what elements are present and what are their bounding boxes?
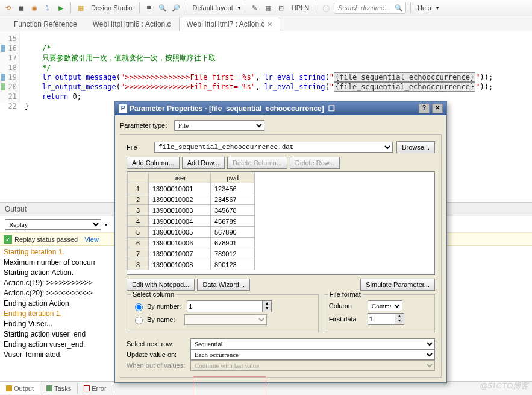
edit-notepad-button[interactable]: Edit with Notepad... bbox=[127, 279, 195, 291]
btab-errors[interactable]: Error bbox=[78, 383, 113, 394]
table-row[interactable]: 613900010006678901 bbox=[128, 238, 255, 248]
error-icon bbox=[84, 385, 90, 391]
browse-button[interactable]: Browse... bbox=[396, 141, 435, 153]
btab-output[interactable]: Output bbox=[0, 382, 40, 394]
parameter-properties-dialog: P Parameter Properties - [file_sequentia… bbox=[114, 101, 447, 383]
bottom-tabs: Output Tasks Error bbox=[0, 381, 532, 395]
when-out-select: Continue with last value bbox=[190, 360, 435, 371]
table-row[interactable]: 313900010003345678 bbox=[128, 205, 255, 216]
select-next-row-select[interactable]: Sequential bbox=[190, 338, 435, 349]
column-delim-select[interactable]: Comma bbox=[368, 300, 402, 311]
table-row[interactable]: 413900010004456789 bbox=[128, 216, 255, 227]
tool2-icon[interactable]: ▦ bbox=[263, 2, 274, 13]
select-next-row-label: Select next row: bbox=[127, 340, 187, 347]
file-label: File bbox=[127, 144, 151, 151]
update-value-select[interactable]: Each occurrence bbox=[190, 349, 435, 360]
close-icon[interactable]: ✕ bbox=[267, 21, 272, 28]
btab-tasks[interactable]: Tasks bbox=[40, 383, 78, 394]
play-icon[interactable]: ▶ bbox=[55, 2, 66, 13]
check-icon: ✓ bbox=[4, 235, 12, 244]
table-row[interactable]: 213900010002234567 bbox=[128, 194, 255, 205]
globe-icon[interactable]: ◯ bbox=[321, 2, 331, 13]
tool3-icon[interactable]: ⊞ bbox=[276, 2, 287, 13]
by-name-select[interactable] bbox=[184, 314, 267, 325]
output-icon bbox=[6, 385, 12, 391]
spin-up[interactable]: ▲ bbox=[263, 301, 271, 306]
delete-column-button[interactable]: Delete Column... bbox=[227, 157, 287, 169]
main-toolbar: ⟲ ◼ ◉ ⤵ ▶ ▦ Design Studio ≣ 🔍 🔎 Default … bbox=[0, 0, 532, 16]
find-icon[interactable]: 🔍 bbox=[157, 2, 168, 13]
table-row[interactable]: 713900010007789012 bbox=[128, 248, 255, 259]
copy-icon[interactable]: ❐ bbox=[328, 104, 335, 113]
record-icon[interactable]: ◉ bbox=[29, 2, 40, 13]
spin-down[interactable]: ▼ bbox=[263, 306, 271, 311]
search-input[interactable] bbox=[337, 4, 395, 12]
watermark: @51CTO博客 bbox=[480, 381, 528, 391]
replay-select[interactable]: Replay bbox=[5, 219, 101, 230]
by-name-radio[interactable] bbox=[135, 317, 143, 324]
search-icon: 🔍 bbox=[395, 4, 403, 12]
param-type-label: Parameter type: bbox=[120, 122, 171, 129]
tab-webhttphtml6[interactable]: WebHttpHtml6 : Action.c bbox=[85, 17, 179, 31]
select-column-legend: Select column bbox=[131, 291, 176, 298]
tab-webhttphtml7[interactable]: WebHttpHtml7 : Action.c✕ bbox=[179, 17, 281, 31]
add-column-button[interactable]: Add Column... bbox=[127, 157, 180, 169]
data-table[interactable]: userpwd 11390001000112345621390001000223… bbox=[127, 171, 435, 275]
stop-icon[interactable]: ◼ bbox=[16, 2, 27, 13]
first-data-input[interactable] bbox=[368, 313, 395, 325]
tasks-icon bbox=[46, 385, 52, 391]
view-link[interactable]: View bbox=[84, 236, 99, 243]
tab-function-reference[interactable]: Function Reference bbox=[6, 17, 85, 31]
code-body[interactable]: /* 只要参数被引用一次，值就变化一次，按照顺序往下取 */ lr_output… bbox=[20, 31, 532, 103]
layout-dropdown[interactable]: Default layout bbox=[190, 4, 236, 11]
close-button[interactable]: ✕ bbox=[432, 104, 443, 113]
back-icon[interactable]: ⟲ bbox=[2, 2, 13, 13]
tool1-icon[interactable]: ✎ bbox=[249, 2, 260, 13]
design-studio-label[interactable]: Design Studio bbox=[89, 4, 135, 11]
design-studio-icon[interactable]: ▦ bbox=[75, 2, 86, 13]
help-menu[interactable]: Help bbox=[415, 4, 434, 11]
by-number-input[interactable] bbox=[187, 300, 263, 312]
help-button[interactable]: ? bbox=[419, 104, 430, 113]
file-format-legend: File format bbox=[328, 291, 363, 298]
update-value-label: Update value on: bbox=[127, 351, 187, 358]
file-select[interactable]: file_sequential_echooccurrence.dat bbox=[154, 142, 393, 153]
line-gutter: 15 16 17 18 19 20 21 22 bbox=[0, 31, 20, 103]
table-row[interactable]: 113900010001123456 bbox=[128, 183, 255, 194]
table-row[interactable]: 513900010005567890 bbox=[128, 227, 255, 238]
replace-icon[interactable]: 🔎 bbox=[171, 2, 181, 13]
dialog-title: Parameter Properties - [file_sequential_… bbox=[130, 104, 324, 113]
search-box[interactable]: 🔍 bbox=[334, 2, 406, 14]
dialog-titlebar[interactable]: P Parameter Properties - [file_sequentia… bbox=[115, 102, 446, 115]
step-icon[interactable]: ⤵ bbox=[42, 2, 53, 13]
editor-tabs: Function Reference WebHttpHtml6 : Action… bbox=[0, 16, 532, 31]
param-type-select[interactable]: File bbox=[174, 120, 264, 131]
when-out-label: When out of values: bbox=[127, 362, 187, 369]
by-number-radio[interactable] bbox=[135, 303, 143, 311]
dialog-icon: P bbox=[119, 104, 127, 113]
hpln-label[interactable]: HPLN bbox=[289, 4, 311, 11]
add-row-button[interactable]: Add Row... bbox=[182, 157, 225, 169]
table-row[interactable]: 813900010008890123 bbox=[128, 259, 255, 270]
data-wizard-button[interactable]: Data Wizard... bbox=[197, 279, 250, 291]
delete-row-button[interactable]: Delete Row... bbox=[290, 157, 340, 169]
indent-icon[interactable]: ≣ bbox=[144, 2, 155, 13]
simulate-button[interactable]: Simulate Parameter... bbox=[360, 279, 435, 291]
code-editor[interactable]: 15 16 17 18 19 20 21 22 /* 只要参数被引用一次，值就变… bbox=[0, 31, 532, 103]
